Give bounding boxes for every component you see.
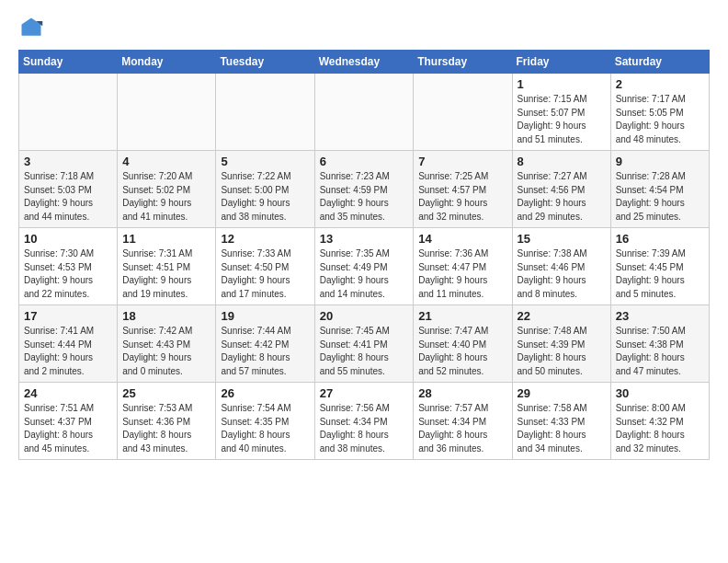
svg-marker-0 — [22, 18, 41, 36]
day-info: Sunrise: 7:33 AM Sunset: 4:50 PM Dayligh… — [221, 247, 309, 301]
day-info: Sunrise: 7:22 AM Sunset: 5:00 PM Dayligh… — [221, 170, 309, 224]
day-number: 27 — [320, 386, 409, 400]
day-number: 16 — [616, 232, 704, 246]
day-number: 14 — [418, 232, 506, 246]
day-info: Sunrise: 7:47 AM Sunset: 4:40 PM Dayligh… — [418, 325, 506, 378]
table-row: 19Sunrise: 7:44 AM Sunset: 4:42 PM Dayli… — [216, 305, 314, 383]
table-row: 21Sunrise: 7:47 AM Sunset: 4:40 PM Dayli… — [414, 305, 512, 383]
page: Sunday Monday Tuesday Wednesday Thursday… — [0, 0, 728, 469]
day-info: Sunrise: 7:36 AM Sunset: 4:47 PM Dayligh… — [418, 247, 506, 301]
table-row: 6Sunrise: 7:23 AM Sunset: 4:59 PM Daylig… — [314, 151, 414, 228]
day-number: 7 — [418, 155, 506, 168]
table-row: 26Sunrise: 7:54 AM Sunset: 4:35 PM Dayli… — [216, 383, 314, 460]
day-number: 20 — [320, 309, 409, 323]
day-info: Sunrise: 7:51 AM Sunset: 4:37 PM Dayligh… — [24, 402, 112, 455]
table-row: 27Sunrise: 7:56 AM Sunset: 4:34 PM Dayli… — [314, 383, 414, 460]
table-row: 11Sunrise: 7:31 AM Sunset: 4:51 PM Dayli… — [118, 228, 216, 305]
day-info: Sunrise: 7:58 AM Sunset: 4:33 PM Dayligh… — [518, 402, 606, 455]
table-row: 17Sunrise: 7:41 AM Sunset: 4:44 PM Dayli… — [19, 305, 118, 383]
calendar-week-row: 17Sunrise: 7:41 AM Sunset: 4:44 PM Dayli… — [19, 305, 710, 383]
day-info: Sunrise: 7:20 AM Sunset: 5:02 PM Dayligh… — [122, 170, 210, 224]
day-info: Sunrise: 8:00 AM Sunset: 4:32 PM Dayligh… — [616, 402, 704, 455]
day-number: 2 — [616, 77, 704, 91]
day-number: 26 — [221, 386, 309, 400]
calendar-week-row: 3Sunrise: 7:18 AM Sunset: 5:03 PM Daylig… — [19, 151, 710, 228]
calendar-week-row: 10Sunrise: 7:30 AM Sunset: 4:53 PM Dayli… — [19, 228, 710, 305]
day-number: 22 — [518, 309, 606, 323]
day-number: 29 — [518, 386, 606, 400]
table-row: 13Sunrise: 7:35 AM Sunset: 4:49 PM Dayli… — [314, 228, 414, 305]
table-row: 4Sunrise: 7:20 AM Sunset: 5:02 PM Daylig… — [118, 151, 216, 228]
day-info: Sunrise: 7:23 AM Sunset: 4:59 PM Dayligh… — [320, 170, 409, 224]
table-row — [216, 74, 314, 151]
day-number: 17 — [24, 309, 112, 323]
day-info: Sunrise: 7:42 AM Sunset: 4:43 PM Dayligh… — [122, 325, 210, 378]
table-row: 8Sunrise: 7:27 AM Sunset: 4:56 PM Daylig… — [512, 151, 610, 228]
day-number: 4 — [122, 155, 210, 168]
day-number: 28 — [418, 386, 506, 400]
table-row: 7Sunrise: 7:25 AM Sunset: 4:57 PM Daylig… — [414, 151, 512, 228]
day-number: 9 — [616, 155, 704, 168]
day-info: Sunrise: 7:30 AM Sunset: 4:53 PM Dayligh… — [24, 247, 112, 301]
day-number: 19 — [221, 309, 309, 323]
calendar-header-row: Sunday Monday Tuesday Wednesday Thursday… — [19, 51, 710, 74]
day-info: Sunrise: 7:28 AM Sunset: 4:54 PM Dayligh… — [616, 170, 704, 224]
day-info: Sunrise: 7:57 AM Sunset: 4:34 PM Dayligh… — [418, 402, 506, 455]
table-row: 5Sunrise: 7:22 AM Sunset: 5:00 PM Daylig… — [216, 151, 314, 228]
day-info: Sunrise: 7:53 AM Sunset: 4:36 PM Dayligh… — [122, 402, 210, 455]
table-row: 25Sunrise: 7:53 AM Sunset: 4:36 PM Dayli… — [118, 383, 216, 460]
table-row: 12Sunrise: 7:33 AM Sunset: 4:50 PM Dayli… — [216, 228, 314, 305]
calendar-table: Sunday Monday Tuesday Wednesday Thursday… — [18, 50, 710, 460]
table-row — [19, 74, 118, 151]
table-row: 15Sunrise: 7:38 AM Sunset: 4:46 PM Dayli… — [512, 228, 610, 305]
table-row: 22Sunrise: 7:48 AM Sunset: 4:39 PM Dayli… — [512, 305, 610, 383]
table-row: 3Sunrise: 7:18 AM Sunset: 5:03 PM Daylig… — [19, 151, 118, 228]
header-tuesday: Tuesday — [216, 51, 314, 74]
day-number: 24 — [24, 386, 112, 400]
header-monday: Monday — [118, 51, 216, 74]
table-row — [414, 74, 512, 151]
table-row: 20Sunrise: 7:45 AM Sunset: 4:41 PM Dayli… — [314, 305, 414, 383]
day-info: Sunrise: 7:25 AM Sunset: 4:57 PM Dayligh… — [418, 170, 506, 224]
table-row: 9Sunrise: 7:28 AM Sunset: 4:54 PM Daylig… — [610, 151, 709, 228]
day-info: Sunrise: 7:35 AM Sunset: 4:49 PM Dayligh… — [320, 247, 409, 301]
header-sunday: Sunday — [19, 51, 118, 74]
table-row: 23Sunrise: 7:50 AM Sunset: 4:38 PM Dayli… — [610, 305, 709, 383]
day-info: Sunrise: 7:48 AM Sunset: 4:39 PM Dayligh… — [518, 325, 606, 378]
header — [18, 15, 710, 40]
day-info: Sunrise: 7:45 AM Sunset: 4:41 PM Dayligh… — [320, 325, 409, 378]
day-number: 30 — [616, 386, 704, 400]
table-row: 30Sunrise: 8:00 AM Sunset: 4:32 PM Dayli… — [610, 383, 709, 460]
calendar-week-row: 24Sunrise: 7:51 AM Sunset: 4:37 PM Dayli… — [19, 383, 710, 460]
day-number: 18 — [122, 309, 210, 323]
calendar-week-row: 1Sunrise: 7:15 AM Sunset: 5:07 PM Daylig… — [19, 74, 710, 151]
day-info: Sunrise: 7:27 AM Sunset: 4:56 PM Dayligh… — [518, 170, 606, 224]
day-number: 23 — [616, 309, 704, 323]
table-row: 2Sunrise: 7:17 AM Sunset: 5:05 PM Daylig… — [610, 74, 709, 151]
header-saturday: Saturday — [610, 51, 709, 74]
header-thursday: Thursday — [414, 51, 512, 74]
table-row: 18Sunrise: 7:42 AM Sunset: 4:43 PM Dayli… — [118, 305, 216, 383]
day-info: Sunrise: 7:31 AM Sunset: 4:51 PM Dayligh… — [122, 247, 210, 301]
header-wednesday: Wednesday — [314, 51, 414, 74]
day-info: Sunrise: 7:56 AM Sunset: 4:34 PM Dayligh… — [320, 402, 409, 455]
logo-icon — [18, 15, 44, 40]
day-info: Sunrise: 7:18 AM Sunset: 5:03 PM Dayligh… — [24, 170, 112, 224]
day-number: 12 — [221, 232, 309, 246]
day-number: 21 — [418, 309, 506, 323]
table-row: 14Sunrise: 7:36 AM Sunset: 4:47 PM Dayli… — [414, 228, 512, 305]
table-row — [118, 74, 216, 151]
day-info: Sunrise: 7:39 AM Sunset: 4:45 PM Dayligh… — [616, 247, 704, 301]
day-number: 25 — [122, 386, 210, 400]
table-row: 16Sunrise: 7:39 AM Sunset: 4:45 PM Dayli… — [610, 228, 709, 305]
day-number: 15 — [518, 232, 606, 246]
day-info: Sunrise: 7:44 AM Sunset: 4:42 PM Dayligh… — [221, 325, 309, 378]
day-number: 1 — [518, 77, 606, 91]
table-row: 28Sunrise: 7:57 AM Sunset: 4:34 PM Dayli… — [414, 383, 512, 460]
header-friday: Friday — [512, 51, 610, 74]
day-number: 10 — [24, 232, 112, 246]
day-info: Sunrise: 7:17 AM Sunset: 5:05 PM Dayligh… — [616, 93, 704, 146]
day-number: 5 — [221, 155, 309, 168]
table-row: 29Sunrise: 7:58 AM Sunset: 4:33 PM Dayli… — [512, 383, 610, 460]
day-number: 6 — [320, 155, 409, 168]
